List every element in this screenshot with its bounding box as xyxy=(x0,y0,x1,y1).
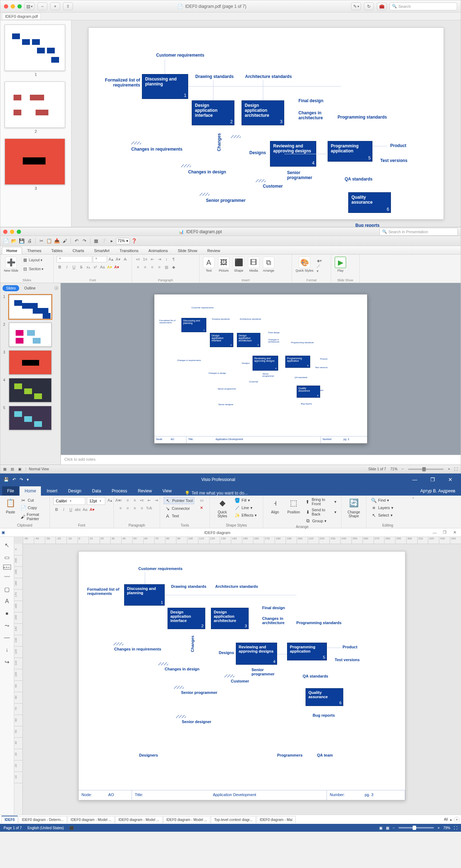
doc-minimize-icon[interactable]: — xyxy=(430,530,440,535)
insert-picture-button[interactable]: 🖼Picture xyxy=(217,256,230,273)
show-icon[interactable]: ▸ xyxy=(108,237,115,245)
format-painter-button[interactable]: 🖌Format Painter xyxy=(20,512,46,521)
slide-thumb-3[interactable]: 3 xyxy=(3,350,58,375)
cut-button[interactable]: ✂Cut xyxy=(20,497,46,503)
open-icon[interactable]: 📂 xyxy=(10,237,17,245)
save-icon[interactable]: 💾 xyxy=(4,477,9,482)
numbers-icon[interactable]: 1≡ xyxy=(142,256,148,262)
section-button[interactable]: ▤Section ▾ xyxy=(21,265,44,273)
slide-thumb-4[interactable]: 4 xyxy=(3,378,58,402)
sheet-tab[interactable]: Top-level context diagr... xyxy=(211,816,256,823)
tab-charts[interactable]: Charts xyxy=(68,247,89,254)
tab-view[interactable]: View xyxy=(158,486,177,496)
zoom-in-button[interactable]: + xyxy=(50,2,60,10)
view-mode-icon[interactable]: ▣ xyxy=(379,826,382,830)
quick-styles-button[interactable]: 🎨Quick Styles xyxy=(295,256,314,273)
close-panel-icon[interactable]: ⓧ xyxy=(54,286,58,291)
quick-styles-button[interactable]: ◆Quick Styles xyxy=(213,497,231,518)
user-name[interactable]: Артур В. Андреев xyxy=(417,486,459,496)
sheet-tab[interactable]: IDEF0 diagram - Model ... xyxy=(68,816,115,823)
all-sheets[interactable]: All xyxy=(444,817,448,821)
redo-icon[interactable]: ↷ xyxy=(81,237,88,245)
align-left-icon[interactable]: ≡ xyxy=(135,264,141,270)
preview-canvas[interactable]: Discussing and planning1 Design applicat… xyxy=(71,20,461,227)
tab-home[interactable]: Home xyxy=(20,486,41,496)
thumbnail-3[interactable]: 3 xyxy=(5,138,67,190)
restore-icon[interactable]: ❐ xyxy=(425,477,440,482)
smartart-icon[interactable]: ◆ xyxy=(170,264,177,270)
line-icon[interactable]: ／▾ xyxy=(316,265,323,272)
close-icon[interactable]: ✕ xyxy=(443,477,457,482)
cut-icon[interactable]: ✂ xyxy=(38,237,45,245)
tab-data[interactable]: Data xyxy=(87,486,106,496)
bold-button[interactable]: B xyxy=(53,506,60,513)
tab-review[interactable]: Review xyxy=(203,247,225,254)
hline-icon[interactable]: — xyxy=(2,633,12,642)
zoom-icon[interactable] xyxy=(17,4,22,9)
tab-process[interactable]: Process xyxy=(107,486,132,496)
tab-transitions[interactable]: Transitions xyxy=(115,247,143,254)
zoom-in-icon[interactable]: + xyxy=(438,826,440,830)
paste-icon[interactable]: 📥 xyxy=(53,237,60,245)
doc-restore-icon[interactable]: ❐ xyxy=(440,530,450,535)
layers-button[interactable]: ≡Layers ▾ xyxy=(370,504,394,511)
fill-button[interactable]: 🪣Fill ▾ xyxy=(233,497,258,503)
effects-button[interactable]: ✨Effects ▾ xyxy=(233,512,258,518)
document-tab[interactable]: IDEF0 diagram.pdf xyxy=(2,13,41,20)
markup-button[interactable]: ✎ xyxy=(351,2,361,10)
record-macro-icon[interactable]: ⬛ xyxy=(69,826,74,830)
copy-icon[interactable]: 📋 xyxy=(46,237,53,245)
case-button[interactable]: Aa xyxy=(99,264,106,270)
underline-button[interactable]: U xyxy=(68,506,74,513)
copy-button[interactable]: 📄Copy xyxy=(20,504,46,511)
sidebar-toggle-button[interactable]: ▤ xyxy=(25,2,35,10)
add-sheet-icon[interactable]: ＋ xyxy=(454,817,460,822)
annotate-button[interactable]: 🧰 xyxy=(377,2,387,10)
help-icon[interactable]: ❔ xyxy=(100,237,107,245)
grid-icon[interactable]: ▦ xyxy=(92,237,100,245)
view-sorter-icon[interactable]: ▤ xyxy=(11,467,14,471)
play-button[interactable]: ▶Play xyxy=(334,256,347,273)
insert-text-button[interactable]: AText xyxy=(202,256,215,273)
align-mid-icon[interactable]: ≡ xyxy=(124,497,131,503)
send-to-back-button[interactable]: ⬇Send to Back ▾ xyxy=(304,507,338,517)
customize-icon[interactable]: ▾ xyxy=(27,477,29,482)
zoom-slider[interactable] xyxy=(408,469,444,470)
fill-icon[interactable]: ◆▾ xyxy=(316,257,323,264)
tab-file[interactable]: File xyxy=(2,486,19,496)
layout-button[interactable]: ▦Layout ▾ xyxy=(21,256,44,264)
chevron-up-icon[interactable]: ▴ xyxy=(450,817,452,821)
underline-button[interactable]: U xyxy=(71,264,77,270)
sheet-tab[interactable]: IDEF0 diagram - Model ... xyxy=(163,816,210,823)
tab-home[interactable]: Home xyxy=(2,247,22,254)
format-painter-icon[interactable]: 🖌 xyxy=(61,237,68,245)
align-right-icon[interactable]: ≡ xyxy=(149,264,155,270)
rectangle-icon[interactable]: ▭ xyxy=(198,497,205,503)
sheet-tab[interactable]: IDEF0 diagram - Determ... xyxy=(18,816,67,823)
highlight-button[interactable]: A▾ xyxy=(106,264,113,270)
align-left-icon[interactable]: ≡ xyxy=(117,505,124,511)
arrange-button[interactable]: ⧉Arrange xyxy=(262,256,275,273)
justify-icon[interactable]: ≡ xyxy=(139,505,145,511)
tab-insert[interactable]: Insert xyxy=(42,486,62,496)
tab-themes[interactable]: Themes xyxy=(23,247,46,254)
wavy-line-icon[interactable]: 〰 xyxy=(2,572,12,582)
slide-thumb-1[interactable]: 1 xyxy=(3,295,58,319)
ppt-search-input[interactable]: 🔍Search in Presentation xyxy=(380,228,458,236)
new-slide-button[interactable]: ➕New Slide xyxy=(3,256,19,273)
sheet-tab[interactable]: IDEF0 diagram - Mai xyxy=(256,816,296,823)
bullets-icon[interactable]: •≡ xyxy=(135,256,141,262)
grow-font-icon[interactable]: A▴ xyxy=(108,256,114,262)
zoom-icon[interactable] xyxy=(17,230,21,234)
font-name-select[interactable]: Calibri xyxy=(53,497,85,505)
columns-icon[interactable]: ▥ xyxy=(163,264,170,270)
zoom-slider[interactable] xyxy=(398,827,434,828)
pointer-tool-button[interactable]: ↖Pointer Tool xyxy=(164,497,194,504)
zoom-minus-icon[interactable]: − xyxy=(402,467,404,471)
line-button[interactable]: ／Line ▾ xyxy=(233,504,258,511)
line-spacing-icon[interactable]: ↕ xyxy=(163,256,170,262)
collapse-ribbon-icon[interactable]: ˄ xyxy=(409,496,418,528)
outline-tab[interactable]: Outline xyxy=(21,285,39,291)
bring-to-front-button[interactable]: ⬆Bring to Front ▾ xyxy=(304,497,338,506)
notes-pane[interactable]: Click to add notes xyxy=(61,455,461,465)
